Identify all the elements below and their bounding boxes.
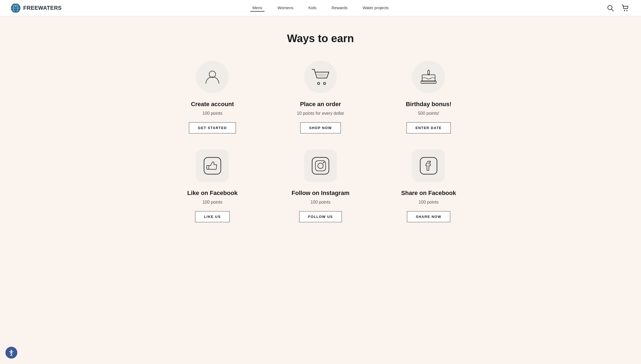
cart-button[interactable] bbox=[620, 3, 630, 13]
like-facebook-points: 100 points bbox=[202, 200, 222, 205]
earn-card-place-order: Place an order 10 points for every dolla… bbox=[272, 61, 369, 133]
shop-now-button[interactable]: SHOP NOW bbox=[300, 122, 341, 133]
like-facebook-icon-bg bbox=[196, 150, 229, 182]
svg-line-7 bbox=[612, 9, 613, 11]
site-header: FREEWATERS Mens Womens Kids Rewards Wate… bbox=[0, 0, 641, 16]
earn-card-follow-instagram: Follow on Instagram 100 points FOLLOW US bbox=[272, 150, 369, 222]
share-facebook-title: Share on Facebook bbox=[401, 190, 456, 197]
search-icon bbox=[607, 5, 614, 12]
brand-name: FREEWATERS bbox=[23, 5, 62, 11]
person-icon bbox=[204, 68, 221, 86]
birthday-title: Birthday bonus! bbox=[406, 101, 452, 108]
like-us-button[interactable]: LIKE US bbox=[195, 211, 230, 222]
svg-rect-20 bbox=[312, 157, 329, 174]
svg-point-5 bbox=[15, 5, 16, 7]
cart-earn-icon bbox=[311, 68, 330, 86]
get-started-button[interactable]: GET STARTED bbox=[189, 122, 236, 133]
facebook-icon bbox=[419, 156, 438, 175]
create-account-title: Create account bbox=[191, 101, 234, 108]
main-content: Ways to earn Create account 100 points G… bbox=[158, 16, 483, 244]
nav-water-projects[interactable]: Water projects bbox=[360, 4, 391, 12]
accessibility-icon bbox=[8, 349, 15, 356]
birthday-points: 500 points! bbox=[418, 111, 439, 116]
main-nav: Mens Womens Kids Rewards Water projects bbox=[250, 4, 391, 12]
place-order-icon-bg bbox=[304, 61, 337, 93]
follow-instagram-points: 100 points bbox=[311, 200, 330, 205]
svg-rect-15 bbox=[428, 70, 429, 74]
logo-icon bbox=[11, 3, 21, 13]
nav-kids[interactable]: Kids bbox=[306, 4, 319, 12]
svg-point-23 bbox=[323, 162, 325, 163]
follow-us-button[interactable]: FOLLOW US bbox=[299, 211, 342, 222]
nav-womens[interactable]: Womens bbox=[275, 4, 296, 12]
birthday-icon-bg bbox=[412, 61, 445, 93]
nav-mens[interactable]: Mens bbox=[250, 4, 265, 12]
birthday-cake-icon bbox=[420, 68, 437, 86]
svg-point-22 bbox=[318, 163, 323, 168]
svg-point-9 bbox=[626, 10, 627, 11]
enter-date-button[interactable]: ENTER DATE bbox=[406, 122, 450, 133]
page-title: Ways to earn bbox=[164, 32, 477, 45]
earn-card-birthday: Birthday bonus! 500 points! ENTER DATE bbox=[380, 61, 477, 133]
earn-cards-grid: Create account 100 points GET STARTED Pl… bbox=[164, 61, 477, 222]
svg-point-25 bbox=[11, 350, 12, 351]
thumbs-up-icon bbox=[203, 156, 222, 175]
share-now-button[interactable]: SHARE NOW bbox=[407, 211, 450, 222]
nav-rewards[interactable]: Rewards bbox=[329, 4, 350, 12]
create-account-icon-bg bbox=[196, 61, 229, 93]
place-order-points: 10 points for every dollar bbox=[297, 111, 344, 116]
earn-card-share-facebook: Share on Facebook 100 points SHARE NOW bbox=[380, 150, 477, 222]
earn-card-like-facebook: Like on Facebook 100 points LIKE US bbox=[164, 150, 261, 222]
svg-point-10 bbox=[209, 71, 216, 77]
svg-point-11 bbox=[318, 82, 320, 85]
create-account-points: 100 points bbox=[202, 111, 222, 116]
search-button[interactable] bbox=[606, 4, 615, 13]
accessibility-button[interactable] bbox=[5, 347, 17, 359]
share-facebook-icon-bg bbox=[412, 150, 445, 182]
instagram-icon bbox=[311, 156, 330, 175]
follow-instagram-icon-bg bbox=[304, 150, 337, 182]
svg-point-8 bbox=[624, 10, 625, 11]
earn-card-create-account: Create account 100 points GET STARTED bbox=[164, 61, 261, 133]
header-actions bbox=[606, 3, 630, 13]
like-facebook-title: Like on Facebook bbox=[187, 190, 238, 197]
svg-rect-19 bbox=[207, 166, 209, 169]
share-facebook-points: 100 points bbox=[419, 200, 439, 205]
logo[interactable]: FREEWATERS bbox=[11, 3, 62, 13]
place-order-title: Place an order bbox=[300, 101, 341, 108]
svg-point-12 bbox=[323, 82, 326, 85]
cart-icon bbox=[622, 4, 629, 12]
follow-instagram-title: Follow on Instagram bbox=[292, 190, 349, 197]
